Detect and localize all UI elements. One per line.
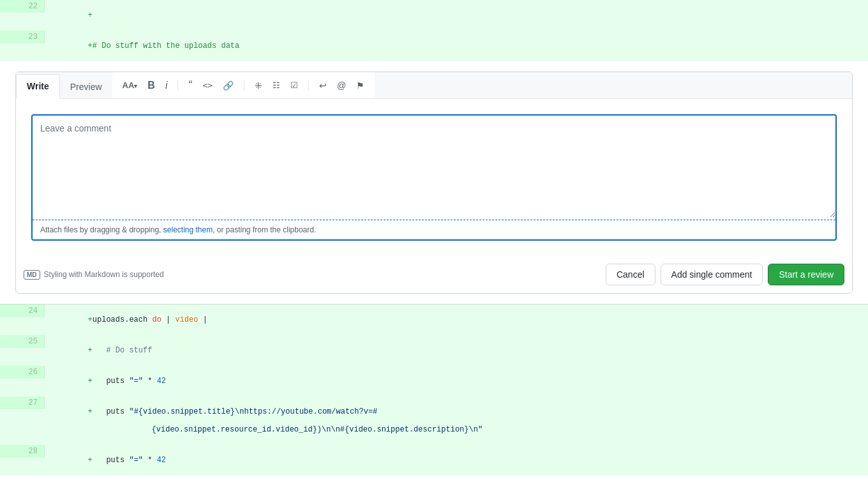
separator-1 <box>177 80 178 91</box>
tasklist-button[interactable]: ☑ <box>288 79 301 91</box>
start-review-button[interactable]: Start a review <box>768 264 844 285</box>
bookmark-button[interactable]: ⚑ <box>354 79 367 92</box>
line-content-28: + puts "=" * 42 <box>45 445 868 476</box>
comment-actions: MD Styling with Markdown is supported Ca… <box>16 256 852 293</box>
tab-preview[interactable]: Preview <box>60 75 112 98</box>
diff-row-25: 25 + # Do stuff <box>0 335 868 366</box>
diff-row-26: 26 + puts "=" * 42 <box>0 366 868 396</box>
textarea-border-wrapper: Attach files by dragging & dropping, sel… <box>31 114 837 241</box>
tab-group: Write Preview <box>16 72 112 98</box>
diff-row-23: 23 +# Do stuff with the uploads data <box>0 31 868 61</box>
quote-icon: “ <box>188 79 192 92</box>
tabs-toolbar-row: Write Preview AA▾ B i “ <box>16 72 852 99</box>
tasklist-icon: ☑ <box>290 80 298 90</box>
line-content-22: + <box>45 0 868 31</box>
mention-button[interactable]: @ <box>334 79 348 92</box>
diff-row-24: 24 +uploads.each do | video | <box>0 305 868 335</box>
line-content-27: + puts "#{video.snippet.title}\nhttps://… <box>45 396 868 445</box>
code-icon: <> <box>202 80 213 90</box>
line-num-22: 22 <box>0 0 45 13</box>
selecting-them-link[interactable]: selecting them <box>163 225 213 234</box>
diff-bottom: 24 +uploads.each do | video | 25 + # Do … <box>0 304 868 476</box>
italic-icon: i <box>165 80 168 91</box>
reply-icon: ↩ <box>319 80 327 91</box>
bold-button[interactable]: B <box>145 79 158 93</box>
italic-button[interactable]: i <box>163 79 170 93</box>
comment-textarea[interactable] <box>33 116 835 218</box>
bookmark-icon: ⚑ <box>356 80 364 91</box>
line-num-27: 27 <box>0 396 45 409</box>
line-num-26: 26 <box>0 366 45 379</box>
cancel-button[interactable]: Cancel <box>606 264 655 285</box>
add-single-comment-button[interactable]: Add single comment <box>661 264 763 285</box>
heading-icon: AA▾ <box>123 80 138 90</box>
line-num-28: 28 <box>0 445 45 458</box>
code-button[interactable]: <> <box>200 79 215 91</box>
ol-icon: ☷ <box>273 80 280 90</box>
line-content-24: +uploads.each do | video | <box>45 305 868 335</box>
markdown-hint: MD Styling with Markdown is supported <box>24 270 601 280</box>
attach-text-after: , or pasting from the clipboard. <box>213 225 316 234</box>
markdown-icon: MD <box>24 270 40 280</box>
ul-icon: ⁜ <box>255 80 262 91</box>
attach-files-bar: Attach files by dragging & dropping, sel… <box>33 220 835 239</box>
comment-form-container: Write Preview AA▾ B i “ <box>0 61 868 304</box>
diff-row-22: 22 + <box>0 0 868 31</box>
markdown-hint-label: Styling with Markdown is supported <box>44 270 164 279</box>
diff-row-27: 27 + puts "#{video.snippet.title}\nhttps… <box>0 396 868 445</box>
link-icon: 🔗 <box>223 80 234 91</box>
link-button[interactable]: 🔗 <box>220 79 236 92</box>
page-wrapper: 22 + 23 +# Do stuff with the uploads dat… <box>0 0 868 489</box>
unordered-list-button[interactable]: ⁜ <box>252 79 265 92</box>
tab-write[interactable]: Write <box>16 74 60 99</box>
bold-icon: B <box>147 80 155 91</box>
attach-text-before: Attach files by dragging & dropping, <box>40 225 163 234</box>
diff-row-28: 28 + puts "=" * 42 <box>0 445 868 476</box>
separator-2 <box>244 80 244 91</box>
comment-form-panel: Write Preview AA▾ B i “ <box>15 71 853 294</box>
quote-button[interactable]: “ <box>186 77 195 93</box>
line-content-23: +# Do stuff with the uploads data <box>45 31 868 61</box>
line-num-25: 25 <box>0 335 45 348</box>
toolbar: AA▾ B i “ <> 🔗 <box>112 72 375 98</box>
reply-button[interactable]: ↩ <box>317 79 329 92</box>
textarea-wrapper-outer: Attach files by dragging & dropping, sel… <box>16 99 852 256</box>
mention-icon: @ <box>337 80 346 91</box>
heading-button[interactable]: AA▾ <box>120 79 140 91</box>
line-num-24: 24 <box>0 305 45 317</box>
separator-3 <box>308 80 309 91</box>
diff-top: 22 + 23 +# Do stuff with the uploads dat… <box>0 0 868 61</box>
line-num-23: 23 <box>0 31 45 43</box>
line-content-26: + puts "=" * 42 <box>45 366 868 396</box>
ordered-list-button[interactable]: ☷ <box>270 79 283 91</box>
line-content-25: + # Do stuff <box>45 335 868 366</box>
